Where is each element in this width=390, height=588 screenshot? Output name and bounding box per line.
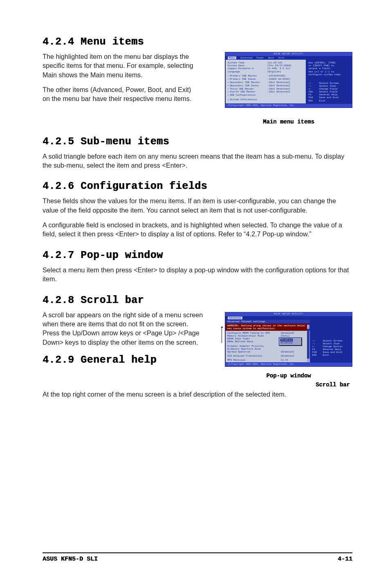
f2-hk4k: F10: [312, 351, 323, 354]
bios2-right-panel: →←Select Screen ↑↓Select Item +-Change O…: [310, 320, 352, 363]
bios-bottom-strip: (C)Copyright 1985-2002, American Megatre…: [225, 104, 352, 108]
bios2-popup-menu: Enabled Disabled: [279, 337, 302, 346]
para-424-2: The other items (Advanced, Power, Boot, …: [43, 85, 198, 103]
bios2-menu-sel: Advanced: [228, 316, 242, 319]
page: 4.2.4 Menu items The highlighted item on…: [0, 0, 390, 588]
f1-hk3v: Select Field: [319, 90, 338, 93]
heading-425: 4.2.5 Sub-menu items: [43, 136, 352, 148]
f1-s0k: Primary IDE Master: [228, 74, 267, 78]
f1-v3: [English]: [267, 70, 281, 73]
f1-s3v: :[Not Detected]: [267, 84, 290, 88]
page-footer: ASUS KFN5-D SLI 4-11: [0, 552, 390, 563]
bios-help-keys: →←Select Screen ↑↓Select Item +-Change F…: [308, 82, 350, 102]
f2-v7: [Enabled]: [280, 350, 294, 353]
bios-main-screenshot: BIOS SETUP UTILITY Main Advanced Power B…: [225, 52, 352, 108]
heading-429: 4.2.9 General help: [43, 354, 216, 366]
f2-hk2k: +-: [312, 345, 323, 348]
f1-hk4k: F1: [308, 93, 319, 96]
f2-hk1k: ↑↓: [312, 342, 323, 345]
f2-v0: [Enabled]: [280, 332, 294, 334]
f1-s6k: IDE Configuration: [228, 94, 267, 97]
f2-v11: [1.4]: [280, 359, 288, 361]
bios2-bottom-strip: (C)Copyright 1985-2002, American Megatre…: [225, 363, 352, 366]
bios-menu-advanced: Advanced: [240, 56, 253, 59]
footer-rule: [43, 552, 352, 553]
f1-s3k: Secondary IDE Slave: [228, 84, 267, 88]
f1-s2k: Secondary IDE Master: [228, 81, 267, 84]
para-429-1: At the top right corner of the menu scre…: [43, 390, 352, 399]
bios-menu-exit: Exit: [278, 56, 285, 59]
f1-k0: System Time: [228, 61, 267, 64]
f2-hk5v: Exit: [323, 354, 329, 357]
f1-k1: System Date: [228, 64, 267, 67]
bios2-subtitle: Advanced Chipset settings: [226, 320, 310, 323]
bios2-left-panel: Advanced Chipset settings WARNING: Setti…: [225, 320, 310, 363]
f1-ht4: Use [+] or [-] to: [308, 70, 350, 73]
bios2-help-keys: →←Select Screen ↑↓Select Item +-Change O…: [312, 339, 350, 357]
f1-s1k: Primary IDE Slave: [228, 78, 267, 81]
bios2-body: Advanced Chipset settings WARNING: Setti…: [225, 320, 352, 363]
f1-ht0: Use [ENTER], [TAB]: [308, 61, 350, 64]
leader-arrow-icon: [222, 327, 225, 343]
bios-title: BIOS SETUP UTILITY: [225, 52, 352, 56]
bios-menu-power: Power: [257, 56, 264, 59]
f1-v1: [Thu 03/27/2003]: [267, 64, 291, 67]
para-428-1: A scroll bar appears on the right side o…: [43, 310, 206, 347]
figure-caption-popup: Pop-up window: [225, 373, 352, 379]
para-427-1: Select a menu item then press <Enter> to…: [43, 265, 352, 284]
bios-menubar: Main Advanced Power Boot Exit: [225, 56, 352, 60]
scrollbar-down-icon: [307, 359, 309, 362]
bios-help-top: Use [ENTER], [TAB] or [SHIFT-TAB] to sel…: [308, 61, 350, 76]
f1-k3: Language: [228, 70, 267, 73]
f1-s4k: Third IDE Master: [228, 88, 267, 91]
f1-hk6k: ESC: [308, 99, 319, 102]
f1-ht5: configure system time.: [308, 73, 350, 76]
f2-hk0k: →←: [312, 339, 323, 342]
f1-hk2k: +-: [308, 88, 319, 90]
bios2-warning: WARNING: Setting wrong values in the sec…: [226, 323, 310, 331]
f1-sysinfo: System Information: [228, 98, 304, 101]
f1-v2: [1.44M, 3.5 in]: [267, 67, 290, 70]
f1-hk1k: ↑↓: [308, 85, 319, 88]
f1-hk5k: F10: [308, 96, 319, 99]
row-424: The highlighted item on the menu bar dis…: [43, 52, 352, 125]
f1-k2: Legacy Diskette A: [228, 67, 267, 70]
f1-hk0v: Select Screen: [319, 82, 339, 85]
f1-hk6v: Exit: [319, 99, 325, 102]
bios2-fields: Configure DRAM Timing by SPD[Enabled] Me…: [226, 331, 310, 362]
f1-ht2: select a field.: [308, 67, 350, 70]
figure-caption-main: Main menu items: [225, 119, 352, 125]
bios-menu-main: Main: [228, 56, 236, 59]
f2-k11: MPS Revision: [227, 359, 280, 361]
f2-hk4v: Save and Exit: [323, 351, 343, 354]
col-424-text: The highlighted item on the menu bar dis…: [43, 52, 216, 109]
f1-hk3k: Tab: [308, 90, 319, 93]
bios-menu-boot: Boot: [268, 56, 274, 59]
f2-hk3k: F1: [312, 348, 323, 351]
heading-428: 4.2.8 Scroll bar: [43, 294, 352, 306]
popup-opt1: Enabled: [280, 339, 293, 341]
popup-opt2: Disabled: [280, 341, 300, 344]
f1-hk0k: →←: [308, 82, 319, 85]
para-426-1: These fields show the values for the men…: [43, 196, 352, 215]
bios-body: System Time[11:10:19] System Date[Thu 03…: [225, 60, 352, 104]
f1-hk1v: Select Item: [319, 85, 336, 88]
f2-k1: Memory Acceleration Mode: [227, 334, 280, 337]
row-428: A scroll bar appears on the right side o…: [43, 310, 352, 388]
f1-s0v: :[ST320413A]: [267, 74, 286, 78]
f1-hk5v: Save and Exit: [319, 96, 339, 99]
f1-s4v: :[Not Detected]: [267, 88, 290, 91]
f1-ht1: or [SHIFT-TAB] to: [308, 64, 350, 67]
bios2-menubar: Advanced: [225, 316, 352, 320]
figure-main-menu: BIOS SETUP UTILITY Main Advanced Power B…: [225, 52, 352, 125]
para-424-1: The highlighted item on the menu bar dis…: [43, 52, 198, 79]
f2-k0: Configure DRAM Timing by SPD: [227, 332, 280, 334]
para-426-2: A configurable field is enclosed in brac…: [43, 220, 352, 239]
f2-v9: [Enabled]: [280, 355, 294, 357]
f1-hk2v: Change Field: [319, 88, 338, 90]
para-425-1: A solid triangle before each item on any…: [43, 152, 352, 170]
col-428-text: A scroll bar appears on the right side o…: [43, 310, 216, 370]
f2-k3: DRAm Refresh Rate: [227, 340, 280, 343]
heading-424: 4.2.4 Menu items: [43, 36, 352, 48]
heading-427: 4.2.7 Pop-up window: [43, 249, 352, 261]
